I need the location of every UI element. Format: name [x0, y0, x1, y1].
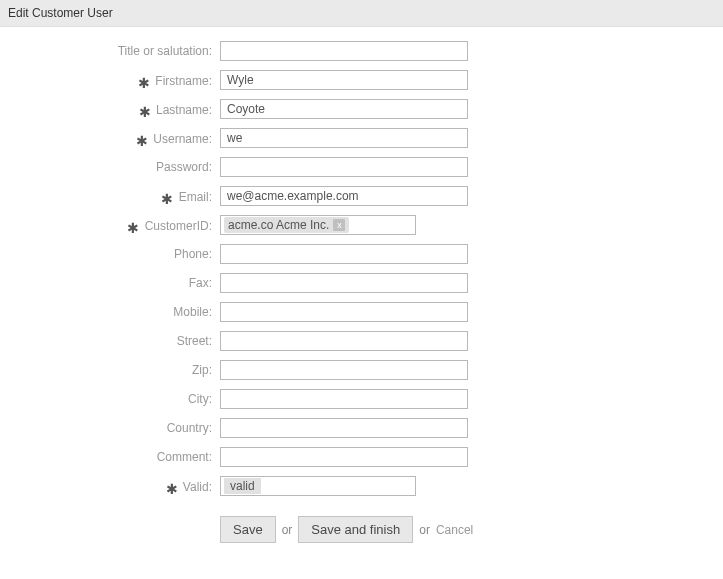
required-icon: ✱: [127, 220, 139, 236]
valid-select[interactable]: valid: [220, 476, 416, 496]
row-password: Password:: [0, 157, 723, 177]
label-fax: Fax:: [0, 276, 220, 290]
username-input[interactable]: [220, 128, 468, 148]
page-title: Edit Customer User: [8, 6, 113, 20]
email-input[interactable]: [220, 186, 468, 206]
row-phone: Phone:: [0, 244, 723, 264]
password-input[interactable]: [220, 157, 468, 177]
label-country: Country:: [0, 421, 220, 435]
separator-text: or: [282, 523, 293, 537]
firstname-input[interactable]: [220, 70, 468, 90]
required-icon: ✱: [166, 481, 178, 497]
title-input[interactable]: [220, 41, 468, 61]
page-header: Edit Customer User: [0, 0, 723, 27]
label-lastname: ✱ Lastname:: [0, 101, 220, 117]
mobile-input[interactable]: [220, 302, 468, 322]
label-phone: Phone:: [0, 247, 220, 261]
label-username: ✱ Username:: [0, 130, 220, 146]
street-input[interactable]: [220, 331, 468, 351]
row-customerid: ✱ CustomerID: acme.co Acme Inc. x: [0, 215, 723, 235]
row-title: Title or salutation:: [0, 41, 723, 61]
label-zip: Zip:: [0, 363, 220, 377]
row-valid: ✱ Valid: valid: [0, 476, 723, 496]
row-street: Street:: [0, 331, 723, 351]
row-firstname: ✱ Firstname:: [0, 70, 723, 90]
action-row: Save or Save and finish or Cancel: [0, 516, 723, 543]
comment-input[interactable]: [220, 447, 468, 467]
label-password: Password:: [0, 160, 220, 174]
zip-input[interactable]: [220, 360, 468, 380]
label-valid: ✱ Valid:: [0, 478, 220, 494]
label-street: Street:: [0, 334, 220, 348]
save-and-finish-button[interactable]: Save and finish: [298, 516, 413, 543]
city-input[interactable]: [220, 389, 468, 409]
row-city: City:: [0, 389, 723, 409]
label-email: ✱ Email:: [0, 188, 220, 204]
cancel-link[interactable]: Cancel: [436, 523, 473, 537]
label-customerid: ✱ CustomerID:: [0, 217, 220, 233]
lastname-input[interactable]: [220, 99, 468, 119]
save-button[interactable]: Save: [220, 516, 276, 543]
row-fax: Fax:: [0, 273, 723, 293]
label-title: Title or salutation:: [0, 44, 220, 58]
row-country: Country:: [0, 418, 723, 438]
customerid-select[interactable]: acme.co Acme Inc. x: [220, 215, 416, 235]
customerid-token: acme.co Acme Inc. x: [224, 217, 349, 233]
row-username: ✱ Username:: [0, 128, 723, 148]
separator-text: or: [419, 523, 430, 537]
phone-input[interactable]: [220, 244, 468, 264]
row-comment: Comment:: [0, 447, 723, 467]
required-icon: ✱: [136, 133, 148, 149]
required-icon: ✱: [161, 191, 173, 207]
row-zip: Zip:: [0, 360, 723, 380]
label-city: City:: [0, 392, 220, 406]
row-email: ✱ Email:: [0, 186, 723, 206]
row-mobile: Mobile:: [0, 302, 723, 322]
label-mobile: Mobile:: [0, 305, 220, 319]
required-icon: ✱: [138, 75, 150, 91]
edit-form: Title or salutation: ✱ Firstname: ✱ Last…: [0, 27, 723, 543]
remove-token-icon[interactable]: x: [333, 219, 345, 231]
required-icon: ✱: [139, 104, 151, 120]
label-comment: Comment:: [0, 450, 220, 464]
country-input[interactable]: [220, 418, 468, 438]
fax-input[interactable]: [220, 273, 468, 293]
label-firstname: ✱ Firstname:: [0, 72, 220, 88]
row-lastname: ✱ Lastname:: [0, 99, 723, 119]
valid-value: valid: [224, 478, 261, 494]
